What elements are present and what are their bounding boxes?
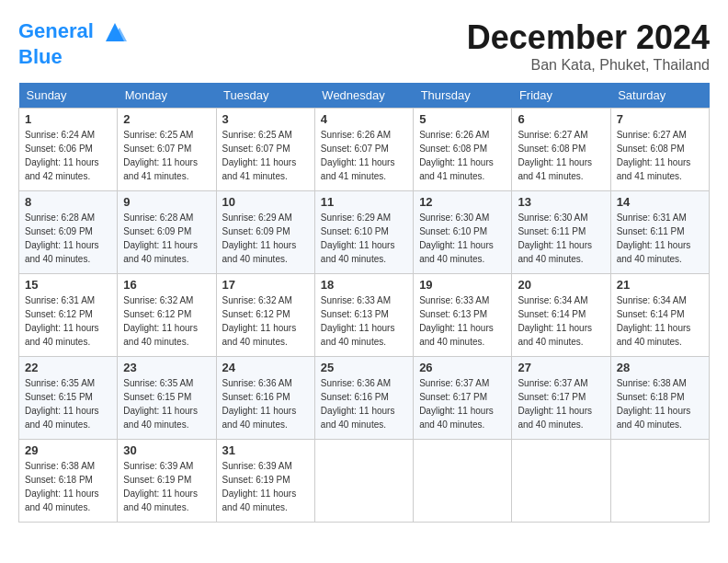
day-number: 25 bbox=[321, 361, 407, 374]
calendar-cell: 2 Sunrise: 6:25 AM Sunset: 6:07 PM Dayli… bbox=[118, 109, 216, 191]
calendar-cell: 25 Sunrise: 6:36 AM Sunset: 6:16 PM Dayl… bbox=[314, 357, 413, 440]
day-info: Sunrise: 6:37 AM Sunset: 6:17 PM Dayligh… bbox=[518, 378, 592, 430]
weekday-header-monday: Monday bbox=[118, 83, 216, 109]
calendar-cell: 28 Sunrise: 6:38 AM Sunset: 6:18 PM Dayl… bbox=[610, 357, 709, 440]
calendar-week-2: 8 Sunrise: 6:28 AM Sunset: 6:09 PM Dayli… bbox=[19, 191, 710, 274]
day-info: Sunrise: 6:33 AM Sunset: 6:13 PM Dayligh… bbox=[321, 295, 395, 347]
day-info: Sunrise: 6:28 AM Sunset: 6:09 PM Dayligh… bbox=[25, 213, 99, 264]
day-info: Sunrise: 6:38 AM Sunset: 6:18 PM Dayligh… bbox=[25, 461, 99, 512]
logo: General Blue bbox=[18, 18, 129, 68]
calendar-cell bbox=[314, 440, 413, 523]
calendar-cell: 26 Sunrise: 6:37 AM Sunset: 6:17 PM Dayl… bbox=[414, 357, 512, 440]
day-number: 16 bbox=[123, 278, 210, 292]
calendar-cell: 22 Sunrise: 6:35 AM Sunset: 6:15 PM Dayl… bbox=[19, 357, 118, 440]
day-info: Sunrise: 6:36 AM Sunset: 6:16 PM Dayligh… bbox=[222, 378, 297, 430]
calendar-cell: 3 Sunrise: 6:25 AM Sunset: 6:07 PM Dayli… bbox=[216, 109, 314, 191]
weekday-header-sunday: Sunday bbox=[19, 83, 118, 109]
calendar-cell: 21 Sunrise: 6:34 AM Sunset: 6:14 PM Dayl… bbox=[610, 274, 709, 357]
month-title: December 2024 bbox=[467, 18, 710, 57]
day-number: 10 bbox=[222, 195, 309, 209]
calendar-cell: 14 Sunrise: 6:31 AM Sunset: 6:11 PM Dayl… bbox=[610, 191, 709, 274]
weekday-header-thursday: Thursday bbox=[414, 83, 512, 109]
day-info: Sunrise: 6:28 AM Sunset: 6:09 PM Dayligh… bbox=[123, 213, 198, 264]
day-number: 9 bbox=[123, 195, 210, 209]
day-info: Sunrise: 6:30 AM Sunset: 6:11 PM Dayligh… bbox=[518, 213, 592, 264]
day-info: Sunrise: 6:31 AM Sunset: 6:11 PM Dayligh… bbox=[617, 213, 691, 264]
calendar-cell: 16 Sunrise: 6:32 AM Sunset: 6:12 PM Dayl… bbox=[118, 274, 216, 357]
day-info: Sunrise: 6:29 AM Sunset: 6:09 PM Dayligh… bbox=[222, 213, 297, 264]
calendar-week-4: 22 Sunrise: 6:35 AM Sunset: 6:15 PM Dayl… bbox=[19, 357, 710, 440]
logo-blue: Blue bbox=[18, 46, 129, 68]
day-info: Sunrise: 6:27 AM Sunset: 6:08 PM Dayligh… bbox=[617, 130, 691, 181]
day-number: 31 bbox=[222, 443, 309, 457]
day-info: Sunrise: 6:37 AM Sunset: 6:17 PM Dayligh… bbox=[419, 378, 494, 430]
calendar-cell: 15 Sunrise: 6:31 AM Sunset: 6:12 PM Dayl… bbox=[19, 274, 118, 357]
calendar-cell: 8 Sunrise: 6:28 AM Sunset: 6:09 PM Dayli… bbox=[19, 191, 118, 274]
calendar-cell: 20 Sunrise: 6:34 AM Sunset: 6:14 PM Dayl… bbox=[512, 274, 610, 357]
day-info: Sunrise: 6:34 AM Sunset: 6:14 PM Dayligh… bbox=[617, 295, 691, 347]
day-number: 5 bbox=[419, 112, 506, 126]
calendar-cell: 18 Sunrise: 6:33 AM Sunset: 6:13 PM Dayl… bbox=[314, 274, 413, 357]
calendar-cell: 10 Sunrise: 6:29 AM Sunset: 6:09 PM Dayl… bbox=[216, 191, 314, 274]
day-number: 30 bbox=[123, 443, 210, 457]
calendar-week-5: 29 Sunrise: 6:38 AM Sunset: 6:18 PM Dayl… bbox=[19, 440, 710, 523]
day-info: Sunrise: 6:38 AM Sunset: 6:18 PM Dayligh… bbox=[617, 378, 691, 430]
day-info: Sunrise: 6:34 AM Sunset: 6:14 PM Dayligh… bbox=[518, 295, 592, 347]
calendar-cell: 13 Sunrise: 6:30 AM Sunset: 6:11 PM Dayl… bbox=[512, 191, 610, 274]
day-number: 11 bbox=[321, 195, 407, 209]
day-number: 17 bbox=[222, 278, 309, 292]
day-info: Sunrise: 6:32 AM Sunset: 6:12 PM Dayligh… bbox=[123, 295, 198, 347]
day-info: Sunrise: 6:39 AM Sunset: 6:19 PM Dayligh… bbox=[222, 461, 297, 512]
logo-text: General bbox=[18, 18, 129, 46]
day-number: 6 bbox=[518, 112, 604, 126]
day-info: Sunrise: 6:25 AM Sunset: 6:07 PM Dayligh… bbox=[222, 130, 297, 181]
day-info: Sunrise: 6:30 AM Sunset: 6:10 PM Dayligh… bbox=[419, 213, 494, 264]
calendar-cell: 29 Sunrise: 6:38 AM Sunset: 6:18 PM Dayl… bbox=[19, 440, 118, 523]
calendar-cell: 31 Sunrise: 6:39 AM Sunset: 6:19 PM Dayl… bbox=[216, 440, 314, 523]
calendar-cell: 17 Sunrise: 6:32 AM Sunset: 6:12 PM Dayl… bbox=[216, 274, 314, 357]
calendar-cell: 30 Sunrise: 6:39 AM Sunset: 6:19 PM Dayl… bbox=[118, 440, 216, 523]
day-number: 28 bbox=[617, 361, 703, 374]
weekday-header-wednesday: Wednesday bbox=[314, 83, 413, 109]
calendar-cell: 11 Sunrise: 6:29 AM Sunset: 6:10 PM Dayl… bbox=[314, 191, 413, 274]
calendar-week-1: 1 Sunrise: 6:24 AM Sunset: 6:06 PM Dayli… bbox=[19, 109, 710, 191]
day-number: 7 bbox=[617, 112, 703, 126]
weekday-header-friday: Friday bbox=[512, 83, 610, 109]
day-info: Sunrise: 6:27 AM Sunset: 6:08 PM Dayligh… bbox=[518, 130, 592, 181]
calendar-cell: 7 Sunrise: 6:27 AM Sunset: 6:08 PM Dayli… bbox=[610, 109, 709, 191]
day-number: 15 bbox=[25, 278, 111, 292]
weekday-header-tuesday: Tuesday bbox=[216, 83, 314, 109]
day-number: 27 bbox=[518, 361, 604, 374]
day-info: Sunrise: 6:35 AM Sunset: 6:15 PM Dayligh… bbox=[25, 378, 99, 430]
page-header: General Blue December 2024 Ban Kata, Phu… bbox=[18, 18, 710, 74]
calendar-cell bbox=[512, 440, 610, 523]
day-info: Sunrise: 6:32 AM Sunset: 6:12 PM Dayligh… bbox=[222, 295, 297, 347]
day-info: Sunrise: 6:35 AM Sunset: 6:15 PM Dayligh… bbox=[123, 378, 198, 430]
calendar-cell bbox=[414, 440, 512, 523]
day-info: Sunrise: 6:31 AM Sunset: 6:12 PM Dayligh… bbox=[25, 295, 99, 347]
day-number: 1 bbox=[25, 112, 111, 126]
calendar-cell: 12 Sunrise: 6:30 AM Sunset: 6:10 PM Dayl… bbox=[414, 191, 512, 274]
calendar-cell: 1 Sunrise: 6:24 AM Sunset: 6:06 PM Dayli… bbox=[19, 109, 118, 191]
day-info: Sunrise: 6:39 AM Sunset: 6:19 PM Dayligh… bbox=[123, 461, 198, 512]
day-number: 29 bbox=[25, 443, 111, 457]
weekday-header-saturday: Saturday bbox=[610, 83, 709, 109]
calendar-cell: 9 Sunrise: 6:28 AM Sunset: 6:09 PM Dayli… bbox=[118, 191, 216, 274]
day-number: 13 bbox=[518, 195, 604, 209]
day-number: 19 bbox=[419, 278, 506, 292]
day-number: 14 bbox=[617, 195, 703, 209]
day-number: 24 bbox=[222, 361, 309, 374]
calendar-cell: 24 Sunrise: 6:36 AM Sunset: 6:16 PM Dayl… bbox=[216, 357, 314, 440]
calendar-table: SundayMondayTuesdayWednesdayThursdayFrid… bbox=[18, 83, 710, 523]
calendar-cell: 19 Sunrise: 6:33 AM Sunset: 6:13 PM Dayl… bbox=[414, 274, 512, 357]
day-number: 23 bbox=[123, 361, 210, 374]
day-number: 2 bbox=[123, 112, 210, 126]
location: Ban Kata, Phuket, Thailand bbox=[467, 57, 710, 74]
weekday-header-row: SundayMondayTuesdayWednesdayThursdayFrid… bbox=[19, 83, 710, 109]
day-info: Sunrise: 6:36 AM Sunset: 6:16 PM Dayligh… bbox=[321, 378, 395, 430]
calendar-cell: 23 Sunrise: 6:35 AM Sunset: 6:15 PM Dayl… bbox=[118, 357, 216, 440]
day-info: Sunrise: 6:25 AM Sunset: 6:07 PM Dayligh… bbox=[123, 130, 198, 181]
day-info: Sunrise: 6:29 AM Sunset: 6:10 PM Dayligh… bbox=[321, 213, 395, 264]
day-number: 20 bbox=[518, 278, 604, 292]
day-info: Sunrise: 6:24 AM Sunset: 6:06 PM Dayligh… bbox=[25, 130, 99, 181]
